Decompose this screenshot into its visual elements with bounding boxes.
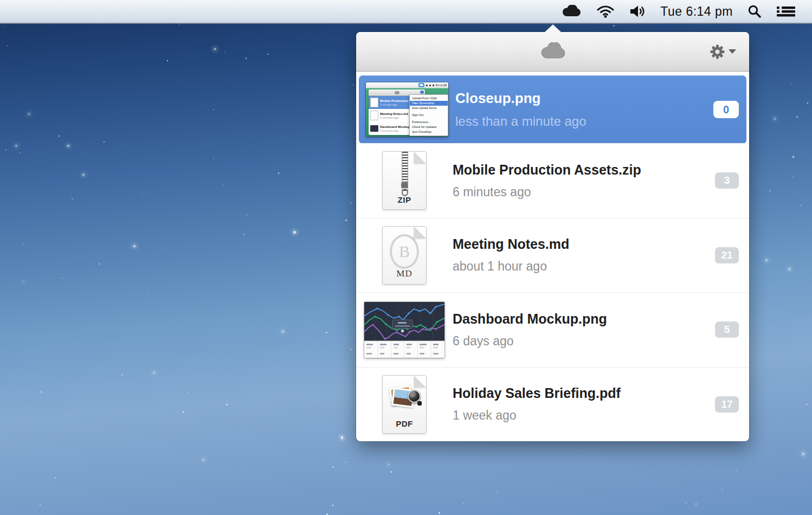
- cloudapp-logo-icon: [539, 42, 566, 61]
- wifi-icon[interactable]: [596, 0, 615, 23]
- list-item-closeup[interactable]: Fri 2:28 Mobile Production As1 minute ag…: [359, 75, 746, 144]
- menu-bar: Tue 6:14 pm: [0, 0, 812, 24]
- panel-arrow: [544, 24, 562, 33]
- notification-center-icon[interactable]: [776, 0, 796, 23]
- view-count-badge: 3: [715, 172, 739, 189]
- chart-thumbnail: [364, 302, 444, 358]
- cloudapp-menubar-icon[interactable]: [561, 0, 582, 23]
- menu-bar-right: Tue 6:14 pm: [561, 0, 812, 23]
- file-timestamp: 6 days ago: [453, 334, 749, 349]
- volume-icon[interactable]: [629, 0, 646, 23]
- list-item-md[interactable]: B MD Meeting Notes.md about 1 hour ago 2…: [356, 218, 749, 293]
- list-item-zip[interactable]: ZIP Mobile Production Assets.zip 6 minut…: [356, 143, 749, 218]
- chevron-down-icon: [729, 49, 736, 54]
- view-count-badge: 0: [713, 101, 739, 118]
- md-file-icon: B MD: [383, 227, 426, 284]
- cloudapp-panel: Fri 2:28 Mobile Production As1 minute ag…: [356, 32, 749, 441]
- list-item-pdf[interactable]: PDF Holiday Sales Briefing.pdf 1 week ag…: [356, 367, 749, 442]
- mini-cloud-icon: [418, 83, 424, 87]
- mini-screenshot-thumb: Fri 2:28 Mobile Production As1 minute ag…: [366, 82, 448, 137]
- mini-clock: Fri 2:28: [436, 83, 447, 87]
- file-timestamp: 6 minutes ago: [453, 185, 749, 199]
- file-title: Closeup.png: [455, 90, 746, 107]
- file-list: ZIP Mobile Production Assets.zip 6 minut…: [356, 143, 749, 441]
- file-title: Mobile Production Assets.zip: [453, 162, 749, 178]
- view-count-badge: 21: [715, 247, 739, 263]
- file-timestamp: 1 week ago: [453, 408, 749, 423]
- mini-context-menu: Upload From Clipb Take Screenshot Auto-u…: [409, 94, 448, 136]
- file-title: Dashboard Mockup.png: [453, 311, 749, 327]
- file-timestamp: about 1 hour ago: [453, 259, 749, 274]
- zip-file-icon: ZIP: [383, 152, 426, 209]
- view-count-badge: 5: [715, 321, 739, 338]
- file-title: Holiday Sales Briefing.pdf: [453, 385, 749, 401]
- loupe-icon: [408, 390, 421, 403]
- list-item-dashboard[interactable]: Dashboard Mockup.png 6 days ago 5: [356, 292, 749, 367]
- gear-icon: [710, 44, 725, 59]
- spotlight-icon[interactable]: [747, 0, 762, 23]
- pdf-file-icon: PDF: [383, 376, 426, 433]
- gear-menu-button[interactable]: [710, 32, 736, 71]
- panel-header: [356, 32, 749, 72]
- file-timestamp: less than a minute ago: [455, 114, 746, 129]
- menubar-clock[interactable]: Tue 6:14 pm: [660, 4, 733, 19]
- file-title: Meeting Notes.md: [453, 236, 749, 252]
- file-thumbnail: Fri 2:28 Mobile Production As1 minute ag…: [359, 75, 455, 144]
- mini-menubar: Fri 2:28: [366, 82, 448, 88]
- view-count-badge: 17: [715, 396, 739, 413]
